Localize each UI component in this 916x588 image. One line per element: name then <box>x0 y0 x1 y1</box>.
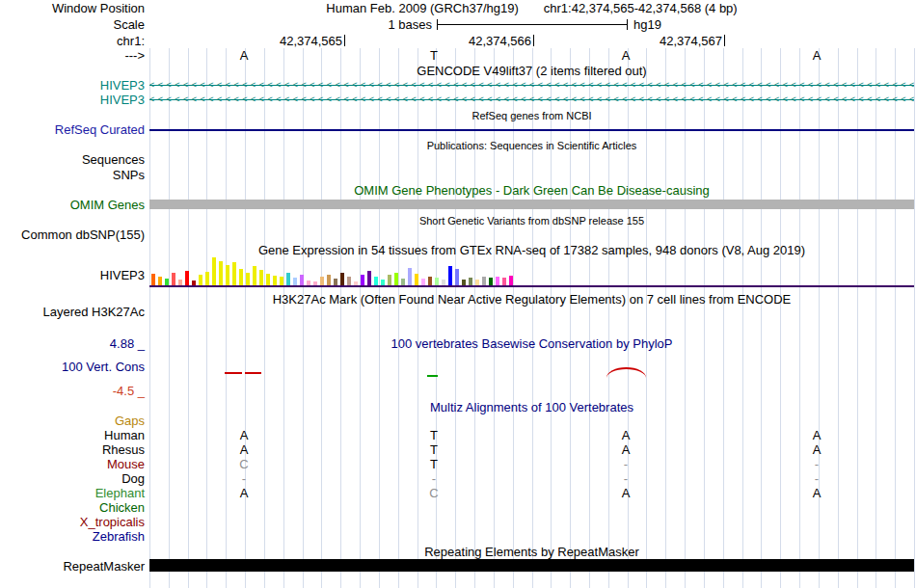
gtex-tissue-bar[interactable] <box>246 273 250 285</box>
phylop-mark-dash <box>427 375 438 377</box>
publications-track-title[interactable]: Publications: Sequences in Scientific Ar… <box>149 139 914 153</box>
gtex-tissue-bar[interactable] <box>253 266 256 285</box>
scale-assembly: hg19 <box>633 17 661 32</box>
h3k27ac-track-label[interactable]: Layered H3K27Ac <box>0 305 145 319</box>
alignment-base: T <box>424 428 444 442</box>
gtex-tissue-bar[interactable] <box>300 275 304 285</box>
gtex-tissue-bar[interactable] <box>293 278 297 285</box>
gtex-tissue-bar[interactable] <box>496 277 499 285</box>
gtex-tissue-bar[interactable] <box>340 273 344 285</box>
reference-base: T <box>424 48 444 63</box>
gaps-label[interactable]: Gaps <box>0 414 145 428</box>
gtex-tissue-bar[interactable] <box>151 274 155 285</box>
alignment-base: - <box>234 471 254 486</box>
alignment-base: A <box>616 428 635 442</box>
gtex-tissue-bar[interactable] <box>489 278 493 285</box>
sequences-track-label[interactable]: Sequences <box>0 152 145 167</box>
gtex-tissue-bar[interactable] <box>428 277 432 285</box>
gtex-tissue-bar[interactable] <box>455 269 459 285</box>
phylop-min-value: -4.5 _ <box>0 384 145 398</box>
gtex-tissue-bar[interactable] <box>502 278 506 285</box>
refseq-track-title[interactable]: RefSeq genes from NCBI <box>149 109 914 123</box>
h3k27ac-track-title[interactable]: H3K27Ac Mark (Often Found Near Active Re… <box>149 292 914 307</box>
alignment-base: A <box>807 442 826 457</box>
repeatmasker-track-title[interactable]: Repeating Elements by RepeatMasker <box>149 545 914 559</box>
gene-strand-arrows[interactable]: <<<<<<<<<<<<<<<<<<<<<<<<<<<<<<<<<<<<<<<<… <box>149 93 914 107</box>
gtex-tissue-bar[interactable] <box>367 271 371 285</box>
gtex-tissue-bar[interactable] <box>212 257 216 285</box>
gtex-tissue-bar[interactable] <box>415 274 418 285</box>
gtex-tissue-bar[interactable] <box>286 273 290 285</box>
gtex-tissue-bar[interactable] <box>435 278 439 285</box>
dbsnp-track-label[interactable]: Common dbSNP(155) <box>0 227 145 242</box>
gtex-tissue-bar[interactable] <box>226 265 229 285</box>
gtex-tissue-bar[interactable] <box>327 275 331 285</box>
repeatmasker-bar[interactable] <box>149 559 914 572</box>
gtex-tissue-bar[interactable] <box>205 272 209 285</box>
gtex-tissue-bar[interactable] <box>273 276 277 285</box>
gtex-gene-label[interactable]: HIVEP3 <box>0 268 145 282</box>
gtex-tissue-bar[interactable] <box>185 271 189 285</box>
gene-label-hivep3-2[interactable]: HIVEP3 <box>0 93 145 107</box>
gtex-tissue-bar[interactable] <box>469 278 472 285</box>
gtex-tissue-bar[interactable] <box>421 279 425 285</box>
gtex-tissue-bar[interactable] <box>266 274 270 285</box>
assembly-name: Human Feb. 2009 (GRCh37/hg19) <box>326 1 518 15</box>
dbsnp-track-title[interactable]: Short Genetic Variants from dbSNP releas… <box>149 214 914 228</box>
species-label-zebrafish[interactable]: Zebrafish <box>0 529 145 544</box>
alignment-base: C <box>234 457 254 471</box>
repeatmasker-track-label[interactable]: RepeatMasker <box>0 559 145 574</box>
gtex-tissue-bar[interactable] <box>232 262 236 285</box>
species-label-mouse[interactable]: Mouse <box>0 457 145 471</box>
alignment-base: T <box>424 457 444 471</box>
reference-base: A <box>234 48 254 63</box>
conservation-track-label[interactable]: 100 Vert. Cons <box>0 360 145 374</box>
gtex-tissue-bar[interactable] <box>280 277 283 285</box>
coordinate-tick <box>533 35 534 46</box>
gtex-tissue-bar[interactable] <box>394 273 398 285</box>
gtex-tissue-bar[interactable] <box>259 270 263 285</box>
gtex-tissue-bar[interactable] <box>509 276 513 285</box>
alignment-base: A <box>807 428 826 442</box>
alignment-base: C <box>424 486 444 500</box>
species-label-x-tropicalis[interactable]: X_tropicalis <box>0 515 145 529</box>
gtex-tissue-bar[interactable] <box>388 275 391 285</box>
gtex-tissue-bar[interactable] <box>172 273 175 285</box>
omim-track-title[interactable]: OMIM Gene Phenotypes - Dark Green Can Be… <box>149 183 914 198</box>
gtex-tissue-bar[interactable] <box>158 277 162 285</box>
species-label-elephant[interactable]: Elephant <box>0 486 145 500</box>
gtex-tissue-bar[interactable] <box>401 279 405 285</box>
conservation-track-title[interactable]: 100 vertebrates Basewise Conservation by… <box>149 336 914 351</box>
omim-gene-bar[interactable] <box>149 200 914 209</box>
alignment-base: A <box>616 486 635 500</box>
alignment-base: A <box>234 442 254 457</box>
gtex-tissue-bar[interactable] <box>347 277 351 285</box>
gtex-tissue-bar[interactable] <box>219 261 223 285</box>
coordinate: 42,374,565 <box>243 34 342 48</box>
gtex-tissue-bar[interactable] <box>199 275 202 285</box>
gtex-bar-chart[interactable] <box>149 256 914 285</box>
species-label-chicken[interactable]: Chicken <box>0 500 145 515</box>
snps-track-label[interactable]: SNPs <box>0 168 145 182</box>
species-label-dog[interactable]: Dog <box>0 471 145 486</box>
gtex-tissue-bar[interactable] <box>408 268 412 285</box>
gene-strand-arrows[interactable]: <<<<<<<<<<<<<<<<<<<<<<<<<<<<<<<<<<<<<<<<… <box>149 78 914 93</box>
gtex-tissue-bar[interactable] <box>361 275 364 285</box>
gtex-tissue-bar[interactable] <box>374 277 378 285</box>
gtex-tissue-bar[interactable] <box>448 266 452 285</box>
omim-track-label[interactable]: OMIM Genes <box>0 198 145 212</box>
refseq-track-label[interactable]: RefSeq Curated <box>0 122 145 137</box>
refseq-gene-bar[interactable] <box>149 129 914 131</box>
gtex-track-title[interactable]: Gene Expression in 54 tissues from GTEx … <box>149 243 914 257</box>
species-label-human[interactable]: Human <box>0 428 145 442</box>
gtex-tissue-bar[interactable] <box>320 277 324 285</box>
gtex-tissue-bar[interactable] <box>165 279 169 285</box>
multiz-track-title[interactable]: Multiz Alignments of 100 Vertebrates <box>149 400 914 414</box>
gencode-track-title[interactable]: GENCODE V49lift37 (2 items filtered out) <box>149 64 914 78</box>
gtex-tissue-bar[interactable] <box>482 277 486 285</box>
gtex-tissue-bar[interactable] <box>334 279 337 285</box>
gene-label-hivep3-1[interactable]: HIVEP3 <box>0 78 145 93</box>
species-label-rhesus[interactable]: Rhesus <box>0 442 145 457</box>
gtex-tissue-bar[interactable] <box>239 269 243 285</box>
position-range: chr1:42,374,565-42,374,568 (4 bp) <box>544 1 738 15</box>
